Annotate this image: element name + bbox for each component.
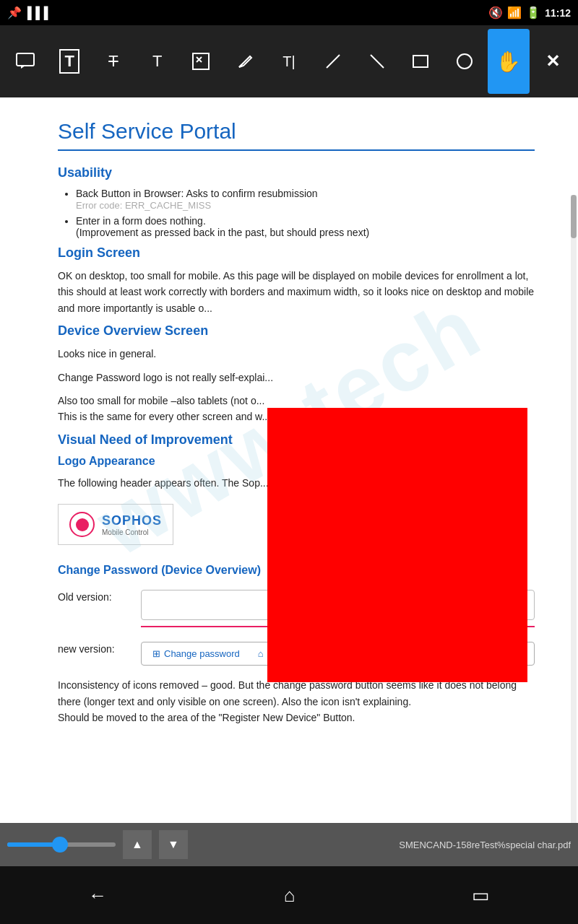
bars-icon: ▌▌▌ bbox=[27, 6, 52, 19]
comment-tool[interactable] bbox=[4, 29, 46, 94]
text-box-tool[interactable]: T bbox=[48, 29, 90, 94]
status-bar: 📌 ▌▌▌ 🔇 📶 🔋 11:12 bbox=[0, 0, 578, 25]
wifi-icon: 📶 bbox=[507, 6, 522, 19]
scrollbar-thumb[interactable] bbox=[571, 195, 577, 238]
error-code: Error code: ERR_CACHE_MISS bbox=[76, 200, 211, 211]
close-tool[interactable]: ✕ bbox=[532, 29, 574, 94]
change-password-text: Change password bbox=[164, 648, 240, 659]
bullet-sub: (Improvement as pressed back in the past… bbox=[76, 227, 369, 238]
logo-box: SOPHOS Mobile Control bbox=[58, 504, 173, 545]
sophos-subtitle: Mobile Control bbox=[102, 528, 162, 536]
usability-list: Back Button in Browser: Asks to confirm … bbox=[76, 188, 535, 238]
home-icon: ⌂ bbox=[258, 648, 264, 659]
list-item: Back Button in Browser: Asks to confirm … bbox=[76, 188, 535, 211]
section-usability-heading: Usability bbox=[58, 165, 535, 180]
mute-icon: 🔇 bbox=[488, 6, 503, 19]
doc-title: Self Service Portal bbox=[58, 119, 535, 144]
text-tool[interactable]: T bbox=[137, 29, 178, 94]
edit-box-tool[interactable] bbox=[180, 29, 222, 94]
content-area: www.tech Self Service Portal Usability B… bbox=[0, 97, 578, 823]
slider-track[interactable] bbox=[7, 842, 116, 847]
recents-button[interactable]: ▭ bbox=[472, 884, 490, 907]
strikethrough-tool[interactable]: T bbox=[92, 29, 134, 94]
svg-rect-7 bbox=[413, 56, 428, 67]
textfield-tool[interactable]: T| bbox=[268, 29, 310, 94]
list-item: Enter in a form does nothing. (Improveme… bbox=[76, 215, 535, 238]
nav-item-change-password: ⊞ Change password bbox=[152, 648, 240, 659]
status-left: 📌 ▌▌▌ bbox=[7, 6, 52, 19]
pen-tool[interactable] bbox=[224, 29, 266, 94]
old-version-label: Old version: bbox=[58, 584, 126, 603]
section-device-overview-heading: Device Overview Screen bbox=[58, 323, 535, 339]
title-divider bbox=[58, 149, 535, 151]
pin-icon: 📌 bbox=[7, 6, 22, 19]
bullet-main: Enter in a form does nothing. bbox=[76, 215, 206, 227]
svg-line-6 bbox=[371, 55, 384, 68]
login-screen-body: OK on desktop, too small for mobile. As … bbox=[58, 268, 535, 316]
circle-tool[interactable] bbox=[444, 29, 486, 94]
bottom-toolbar: ▲ ▼ SMENCAND-158reTest%special char.pdf bbox=[0, 823, 578, 866]
device-overview-p1: Looks nice in general. bbox=[58, 346, 535, 362]
bullet-main: Back Button in Browser: Asks to confirm … bbox=[76, 188, 318, 199]
diagonal-line-tool[interactable] bbox=[356, 29, 398, 94]
filename-label: SMENCAND-158reTest%special char.pdf bbox=[195, 840, 571, 850]
sophos-inner bbox=[76, 518, 89, 531]
battery-icon: 🔋 bbox=[526, 6, 540, 19]
status-right: 🔇 📶 🔋 11:12 bbox=[488, 6, 571, 19]
line-tool[interactable] bbox=[312, 29, 354, 94]
toolbar: T T T T| ✋ ✕ bbox=[0, 25, 578, 97]
sophos-circle-logo bbox=[69, 512, 95, 537]
device-overview-p2: Change Password logo is not really self-… bbox=[58, 370, 535, 385]
android-nav-bar: ← ⌂ ▭ bbox=[0, 866, 578, 924]
scrollbar-track[interactable] bbox=[571, 195, 577, 823]
svg-line-5 bbox=[327, 55, 340, 68]
red-overlay bbox=[267, 408, 527, 682]
svg-rect-0 bbox=[17, 53, 34, 66]
consistency-note: Inconsistency of icons removed – good. B… bbox=[58, 677, 535, 725]
nav-up-button[interactable]: ▲ bbox=[123, 830, 152, 859]
new-version-label: new version: bbox=[58, 636, 126, 655]
nav-down-button[interactable]: ▼ bbox=[159, 830, 188, 859]
sophos-brand: SOPHOS bbox=[102, 513, 162, 528]
slider-thumb[interactable] bbox=[52, 837, 68, 853]
change-password-icon: ⊞ bbox=[152, 648, 160, 659]
rectangle-tool[interactable] bbox=[400, 29, 441, 94]
back-button[interactable]: ← bbox=[88, 884, 107, 907]
hand-tool[interactable]: ✋ bbox=[488, 29, 530, 94]
home-button[interactable]: ⌂ bbox=[284, 884, 296, 907]
clock: 11:12 bbox=[545, 7, 571, 19]
svg-point-8 bbox=[457, 54, 472, 69]
section-login-heading: Login Screen bbox=[58, 245, 535, 261]
sophos-text-block: SOPHOS Mobile Control bbox=[102, 513, 162, 536]
